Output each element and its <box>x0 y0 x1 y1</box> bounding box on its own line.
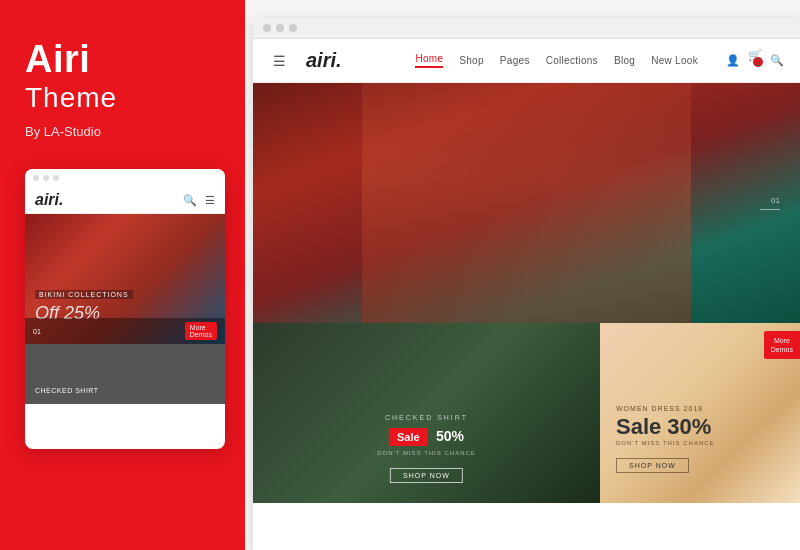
mobile-page-num: 01 <box>33 328 41 335</box>
shop-now-right-button[interactable]: Shop Now <box>616 458 689 473</box>
hero-person-image <box>362 83 690 323</box>
mobile-menu-icon: ☰ <box>205 194 215 207</box>
mobile-logo: airi. <box>35 191 63 209</box>
desktop-bottom-section: CHECKED SHIRT Sale 50% DON'T MISS THIS C… <box>253 323 800 503</box>
desktop-site-header: ☰ airi. Home Shop Pages Collections Blog… <box>253 39 800 83</box>
chrome-dot-2 <box>276 24 284 32</box>
cart-icon[interactable]: 🛒2 <box>748 49 762 72</box>
theme-label: Theme <box>25 82 220 114</box>
search-icon[interactable]: 🔍 <box>770 54 784 67</box>
desktop-header-icons: 👤 🛒2 🔍 <box>726 49 784 72</box>
mobile-dot-3 <box>53 175 59 181</box>
dont-miss-right: DON'T MISS THIS CHANCE <box>616 440 715 446</box>
bottom-right-product: MoreDemos Women Dress 2018 Sale 30% DON'… <box>600 323 800 503</box>
mobile-collection-tag: BIKINI COLLECTIONS <box>35 290 133 299</box>
nav-pages[interactable]: Pages <box>500 55 530 66</box>
hero-pagination-line <box>760 209 780 210</box>
mobile-bottom-tag: CHECKED SHIRT <box>35 387 99 394</box>
nav-blog[interactable]: Blog <box>614 55 635 66</box>
hero-pagination: 01 <box>760 196 780 210</box>
sale-badge: Sale <box>389 428 428 446</box>
desktop-browser-chrome <box>253 18 800 39</box>
mobile-header: airi. 🔍 ☰ <box>25 187 225 214</box>
sale-percent: 50% <box>436 428 464 444</box>
mobile-dot-1 <box>33 175 39 181</box>
by-studio: By LA-Studio <box>25 124 220 139</box>
desktop-logo: airi. <box>306 49 342 72</box>
more-demos-button[interactable]: MoreDemos <box>764 331 800 359</box>
cart-badge: 2 <box>753 57 763 67</box>
brand-title: Airi <box>25 40 220 78</box>
right-panel: ☰ airi. Home Shop Pages Collections Blog… <box>245 0 800 550</box>
mobile-search-icon: 🔍 <box>183 194 197 207</box>
hamburger-icon[interactable]: ☰ <box>273 53 286 69</box>
mobile-browser-dots <box>25 169 225 187</box>
nav-home[interactable]: Home <box>415 53 443 68</box>
nav-shop[interactable]: Shop <box>459 55 484 66</box>
mobile-dot-2 <box>43 175 49 181</box>
nav-new-look[interactable]: New Look <box>651 55 698 66</box>
desktop-nav: Home Shop Pages Collections Blog New Loo… <box>415 53 698 68</box>
mobile-bottom-section: CHECKED SHIRT <box>25 344 225 404</box>
shop-now-button[interactable]: Shop Now <box>390 468 463 483</box>
chrome-dot-1 <box>263 24 271 32</box>
sale-big-text: Sale 30% <box>616 416 715 438</box>
bottom-left-content: CHECKED SHIRT Sale 50% DON'T MISS THIS C… <box>270 414 582 483</box>
hero-page-num: 01 <box>771 196 780 205</box>
mobile-preview-card: airi. 🔍 ☰ BIKINI COLLECTIONS Off 25% 01 … <box>25 169 225 449</box>
mobile-nav-icons: 🔍 ☰ <box>183 194 215 207</box>
checked-shirt-label: CHECKED SHIRT <box>270 414 582 421</box>
bottom-right-content: Women Dress 2018 Sale 30% DON'T MISS THI… <box>616 405 715 473</box>
nav-collections[interactable]: Collections <box>546 55 598 66</box>
mobile-hero: BIKINI COLLECTIONS Off 25% 01 MoreDemos <box>25 214 225 344</box>
women-dress-label: Women Dress 2018 <box>616 405 715 412</box>
desktop-preview: ☰ airi. Home Shop Pages Collections Blog… <box>253 18 800 550</box>
sale-line: Sale 50% <box>270 427 582 450</box>
mobile-footer-bar: 01 MoreDemos <box>25 318 225 344</box>
mobile-more-demos[interactable]: MoreDemos <box>185 322 217 340</box>
bottom-left-product: CHECKED SHIRT Sale 50% DON'T MISS THIS C… <box>253 323 600 503</box>
desktop-hero: 01 <box>253 83 800 323</box>
left-panel: Airi Theme By LA-Studio airi. 🔍 ☰ BIKINI… <box>0 0 245 550</box>
user-icon[interactable]: 👤 <box>726 54 740 67</box>
chrome-dot-3 <box>289 24 297 32</box>
dont-miss-text: DON'T MISS THIS CHANCE <box>270 450 582 456</box>
